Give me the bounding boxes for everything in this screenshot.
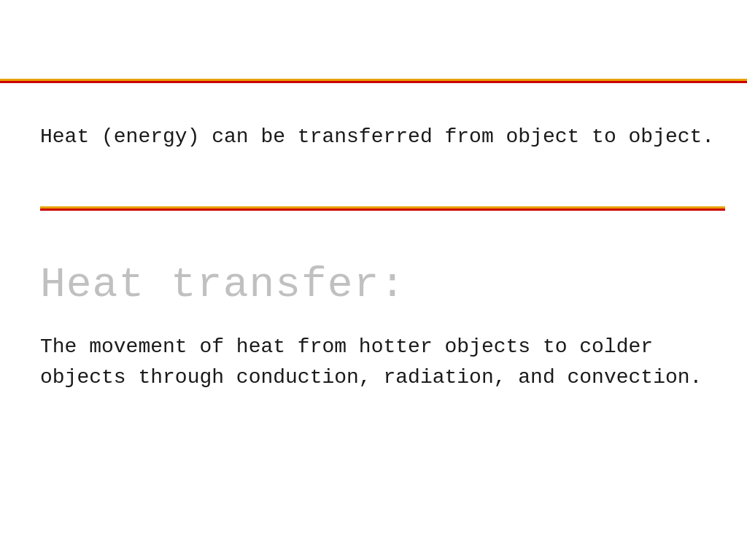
slide: Heat (energy) can be transferred from ob… xyxy=(0,0,747,560)
heat-transfer-heading: Heat transfer: xyxy=(40,261,406,308)
divider-red-line xyxy=(40,209,725,211)
definition-text: The movement of heat from hotter objects… xyxy=(40,332,718,393)
intro-text: Heat (energy) can be transferred from ob… xyxy=(40,122,718,152)
divider-lines xyxy=(40,206,725,211)
top-red-line xyxy=(0,81,747,83)
top-decorative-lines xyxy=(0,79,747,83)
